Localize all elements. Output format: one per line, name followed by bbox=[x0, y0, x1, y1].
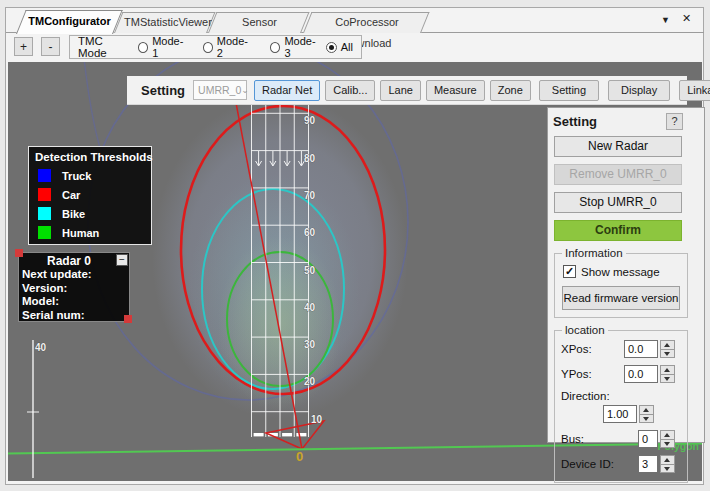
radar-info-box[interactable]: − Radar 0 Next update: Version: Model: S… bbox=[18, 252, 130, 322]
legend-item-bike: Bike bbox=[29, 204, 151, 223]
zoom-in-button[interactable]: + bbox=[14, 37, 33, 56]
new-radar-button[interactable]: New Radar bbox=[554, 136, 682, 157]
xpos-stepper[interactable] bbox=[660, 340, 675, 358]
radar-info-title: Radar 0 bbox=[19, 253, 129, 268]
direction-stepper[interactable] bbox=[639, 405, 654, 423]
calibration-button[interactable]: Calib... bbox=[325, 80, 375, 101]
spin-down-icon[interactable] bbox=[639, 415, 654, 424]
spin-up-icon[interactable] bbox=[639, 405, 654, 415]
svg-text:80: 80 bbox=[304, 153, 316, 164]
bus-input[interactable] bbox=[638, 430, 658, 448]
stop-radar-button[interactable]: Stop UMRR_0 bbox=[554, 192, 682, 213]
information-groupbox: Information ✓ Show message Read firmware… bbox=[554, 253, 688, 318]
svg-text:60: 60 bbox=[304, 227, 316, 238]
zoom-out-button[interactable]: - bbox=[41, 37, 60, 56]
radar-select-value: UMRR_0 bbox=[198, 84, 241, 96]
radio-label: Mode-1 bbox=[152, 35, 186, 59]
chevron-down-icon: ⌄ bbox=[241, 86, 249, 94]
origin-label: 0 bbox=[296, 449, 303, 464]
svg-text:90: 90 bbox=[304, 115, 316, 126]
svg-text:70: 70 bbox=[304, 190, 316, 201]
car-color-swatch bbox=[38, 188, 51, 201]
svg-text:20: 20 bbox=[304, 376, 316, 387]
ypos-input[interactable] bbox=[624, 365, 658, 383]
legend-item-truck: Truck bbox=[29, 166, 151, 185]
ypos-label: YPos: bbox=[561, 368, 624, 380]
information-group-label: Information bbox=[562, 247, 626, 259]
tmc-mode-groupbox: TMC Mode Mode-1 Mode-2 Mode-3 All bbox=[69, 35, 362, 59]
device-id-input[interactable] bbox=[638, 455, 658, 473]
ypos-stepper[interactable] bbox=[660, 365, 675, 383]
radar-net-button[interactable]: Radar Net bbox=[254, 80, 320, 101]
radar-toolbar: Setting UMRR_0 ⌄ Radar Net Calib... Lane… bbox=[127, 76, 687, 105]
svg-text:50: 50 bbox=[304, 265, 316, 276]
radar-box-minimize-icon[interactable]: − bbox=[116, 254, 128, 266]
radar-select-combobox[interactable]: UMRR_0 ⌄ bbox=[193, 80, 247, 100]
radio-circle-icon bbox=[203, 42, 213, 53]
radar-info-serial: Serial num: bbox=[19, 309, 129, 323]
lane-button[interactable]: Lane bbox=[380, 80, 420, 101]
xpos-label: XPos: bbox=[561, 343, 624, 355]
direction-label: Direction: bbox=[561, 390, 681, 402]
svg-text:10: 10 bbox=[311, 414, 323, 425]
tab-list-dropdown-icon[interactable]: ▼ bbox=[661, 15, 670, 25]
radio-label: All bbox=[341, 41, 353, 53]
spin-up-icon[interactable] bbox=[660, 430, 675, 440]
radio-label: Mode-2 bbox=[217, 35, 251, 59]
device-id-stepper[interactable] bbox=[660, 455, 675, 473]
tab-coprocessor-download[interactable]: CoProcessor Download bbox=[303, 12, 421, 33]
bike-color-swatch bbox=[38, 207, 51, 220]
spin-down-icon[interactable] bbox=[660, 375, 675, 384]
display-button[interactable]: Display bbox=[608, 80, 670, 101]
spin-down-icon[interactable] bbox=[660, 465, 675, 474]
tab-tmstatisticviewer[interactable]: TMStatisticViewer bbox=[114, 12, 207, 33]
radar-box-drag-handle-topleft[interactable] bbox=[15, 249, 23, 257]
xpos-input[interactable] bbox=[624, 340, 658, 358]
radio-mode-1[interactable]: Mode-1 bbox=[138, 35, 187, 59]
measure-button[interactable]: Measure bbox=[426, 80, 485, 101]
radio-all[interactable]: All bbox=[326, 41, 353, 53]
tmconfigurator-app: TMConfigurator TMStatisticViewer Sensor … bbox=[0, 0, 710, 491]
read-firmware-button[interactable]: Read firmware version bbox=[562, 286, 680, 310]
left-ruler bbox=[27, 340, 39, 478]
spin-down-icon[interactable] bbox=[660, 440, 675, 449]
spin-up-icon[interactable] bbox=[660, 365, 675, 375]
tab-tmconfigurator[interactable]: TMConfigurator bbox=[16, 10, 113, 34]
spin-up-icon[interactable] bbox=[660, 340, 675, 350]
location-group-label: location bbox=[562, 324, 608, 336]
legend-item-car: Car bbox=[29, 185, 151, 204]
radar-info-next-update: Next update: bbox=[19, 268, 129, 282]
direction-input[interactable] bbox=[603, 405, 637, 423]
legend-title: Detection Thresholds bbox=[29, 147, 151, 166]
confirm-button[interactable]: Confirm bbox=[554, 220, 682, 241]
linkage-trigger-button[interactable]: Linkage trigger bbox=[679, 80, 710, 101]
help-icon[interactable]: ? bbox=[666, 113, 683, 130]
zone-button[interactable]: Zone bbox=[490, 80, 531, 101]
radar-info-version: Version: bbox=[19, 282, 129, 296]
tab-label: TMStatisticViewer bbox=[114, 12, 207, 33]
device-id-label: Device ID: bbox=[561, 458, 638, 470]
radio-mode-2[interactable]: Mode-2 bbox=[203, 35, 252, 59]
truck-color-swatch bbox=[38, 169, 51, 182]
spin-up-icon[interactable] bbox=[660, 455, 675, 465]
radio-circle-icon bbox=[326, 42, 337, 53]
remove-radar-button[interactable]: Remove UMRR_0 bbox=[554, 164, 682, 185]
toolbar-setting-label: Setting bbox=[141, 83, 185, 98]
close-tab-icon[interactable]: ✕ bbox=[682, 12, 691, 25]
truck-threshold-arc bbox=[84, 62, 100, 148]
setting-button[interactable]: Setting bbox=[539, 80, 599, 101]
tab-label: TMConfigurator bbox=[16, 10, 113, 33]
tab-sensor-download[interactable]: Sensor Download bbox=[208, 12, 301, 33]
bus-stepper[interactable] bbox=[660, 430, 675, 448]
radar-box-drag-handle-bottomright[interactable] bbox=[124, 315, 132, 323]
location-groupbox: location XPos: YPos: Direction: bbox=[554, 330, 688, 483]
spin-down-icon[interactable] bbox=[660, 350, 675, 359]
setting-panel: Setting ? New Radar Remove UMRR_0 Stop U… bbox=[547, 107, 705, 443]
ruler-40-label: 40 bbox=[35, 342, 47, 353]
panel-title: Setting bbox=[553, 114, 666, 129]
radio-mode-3[interactable]: Mode-3 bbox=[270, 35, 319, 59]
svg-text:30: 30 bbox=[304, 339, 316, 350]
bus-label: Bus: bbox=[561, 433, 638, 445]
show-message-checkbox[interactable]: ✓ bbox=[563, 265, 576, 278]
show-message-label: Show message bbox=[581, 266, 660, 278]
